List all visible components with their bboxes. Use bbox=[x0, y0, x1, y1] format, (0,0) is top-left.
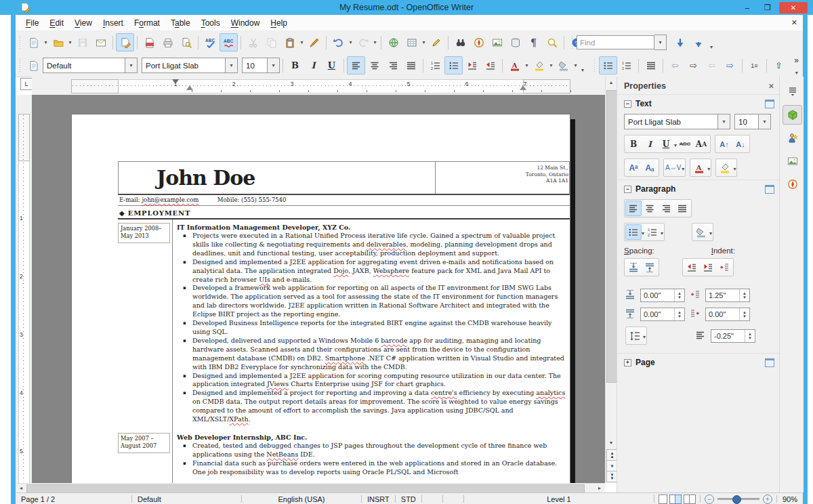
character-spacing-dropdown[interactable] bbox=[682, 163, 684, 173]
decrease-font-button[interactable]: A↓ bbox=[732, 136, 749, 152]
tab-gallery[interactable] bbox=[783, 151, 802, 171]
table-dropdown[interactable] bbox=[421, 34, 427, 51]
vertical-ruler[interactable]: 12345 bbox=[16, 95, 32, 483]
paste-dropdown[interactable] bbox=[299, 34, 305, 51]
page-style-indicator[interactable]: Default bbox=[132, 495, 241, 503]
find-toolbar-overflow[interactable] bbox=[707, 33, 715, 51]
sidebar-menu-icon[interactable] bbox=[783, 81, 802, 100]
open-dropdown[interactable] bbox=[67, 34, 73, 51]
demote-with-subpoints-button[interactable]: ⇨ bbox=[721, 56, 739, 75]
formatting-overflow[interactable] bbox=[579, 56, 587, 75]
nonprinting-characters-button[interactable]: ¶ bbox=[524, 33, 543, 51]
style-dropdown-arrow[interactable] bbox=[125, 58, 137, 72]
email-document-button[interactable] bbox=[91, 33, 110, 51]
italic-button[interactable]: I bbox=[304, 56, 322, 75]
sidebar-highlight-dropdown[interactable] bbox=[733, 163, 736, 173]
edit-file-button[interactable] bbox=[116, 33, 134, 51]
sidebar-font-color-button[interactable] bbox=[691, 160, 707, 175]
indent-before-field[interactable]: 1.25" ▲▼ bbox=[705, 289, 750, 302]
single-page-view-button[interactable] bbox=[659, 495, 667, 504]
maximize-button[interactable]: ❒ bbox=[759, 2, 776, 14]
find-next-button[interactable] bbox=[671, 33, 689, 51]
print-button[interactable] bbox=[159, 33, 177, 51]
indent-after-field[interactable]: 0.00" ▲▼ bbox=[705, 308, 750, 321]
highlighting-button[interactable] bbox=[530, 56, 548, 75]
tab-navigator[interactable] bbox=[783, 174, 802, 194]
gallery-button[interactable] bbox=[488, 33, 506, 51]
increase-font-button[interactable]: A↑ bbox=[716, 136, 732, 152]
sidebar-align-center-button[interactable] bbox=[642, 201, 658, 216]
justify-button[interactable] bbox=[402, 56, 420, 75]
zoom-in-button[interactable]: + bbox=[763, 495, 772, 504]
insert-mode-indicator[interactable]: INSRT bbox=[362, 495, 395, 503]
paste-button[interactable] bbox=[280, 33, 299, 51]
space-below-field[interactable]: 0.00" ▲▼ bbox=[640, 308, 685, 321]
format-paintbrush-button[interactable] bbox=[305, 33, 323, 51]
new-document-dropdown[interactable] bbox=[43, 34, 49, 51]
styles-and-formatting-button[interactable] bbox=[24, 56, 43, 75]
scroll-down-arrow[interactable]: ▼ bbox=[606, 437, 617, 448]
bold-button[interactable]: B bbox=[286, 56, 304, 75]
vertical-scrollbar[interactable]: ▲ ▼ ▲▲ ● ▼▼ bbox=[605, 77, 617, 483]
sidebar-font-color-dropdown[interactable] bbox=[707, 163, 710, 173]
cut-button[interactable] bbox=[244, 33, 262, 51]
sidebar-font-size-dropdown[interactable] bbox=[758, 114, 770, 129]
title-bar[interactable]: My Resume.odt - OpenOffice Writer – ❒ ✕ bbox=[0, 0, 813, 15]
tab-type-selector[interactable]: L bbox=[20, 78, 33, 90]
page-preview-button[interactable] bbox=[177, 33, 195, 51]
subscript-button[interactable]: Aₐ bbox=[642, 160, 658, 175]
restart-numbering-button[interactable]: 1≡ bbox=[745, 56, 764, 75]
float-section-icon[interactable] bbox=[765, 358, 774, 367]
float-section-icon[interactable] bbox=[765, 100, 774, 108]
open-button[interactable] bbox=[49, 33, 67, 51]
move-up-button[interactable]: ⇧ bbox=[770, 56, 788, 75]
demote-level-button[interactable]: ⇨ bbox=[684, 56, 703, 75]
sidebar-decrease-indent-button[interactable] bbox=[700, 259, 716, 275]
decrease-spacing-button[interactable] bbox=[642, 259, 658, 275]
line-spacing-button[interactable] bbox=[627, 328, 643, 343]
align-right-button[interactable] bbox=[383, 56, 402, 75]
text-section-header[interactable]: − Text bbox=[617, 94, 780, 111]
bullets-on-off-button[interactable] bbox=[599, 56, 617, 75]
sidebar-italic-button[interactable]: I bbox=[642, 136, 658, 152]
float-section-icon[interactable] bbox=[765, 185, 774, 194]
paragraph-style-select[interactable]: Default bbox=[43, 58, 138, 73]
page-section-header[interactable]: + Page bbox=[617, 353, 780, 370]
first-line-indent-field[interactable]: -0.25" ▲▼ bbox=[711, 329, 755, 343]
data-sources-button[interactable] bbox=[506, 33, 524, 51]
background-color-dropdown[interactable] bbox=[572, 57, 579, 74]
scroll-right-arrow[interactable]: ▸ bbox=[594, 484, 605, 492]
highlighting-dropdown[interactable] bbox=[548, 57, 554, 74]
background-color-button[interactable] bbox=[554, 56, 572, 75]
menu-window[interactable]: Window bbox=[226, 17, 266, 29]
first-line-indent-marker[interactable] bbox=[172, 79, 179, 84]
sidebar-numbered-list-dropdown[interactable] bbox=[661, 228, 663, 237]
close-document-icon[interactable]: ✕ bbox=[791, 18, 797, 27]
menu-file[interactable]: File bbox=[20, 17, 44, 29]
find-input[interactable] bbox=[577, 35, 654, 49]
promote-level-button[interactable]: ⇦ bbox=[666, 56, 684, 75]
sidebar-justify-button[interactable] bbox=[674, 201, 690, 216]
expand-icon[interactable]: + bbox=[624, 359, 631, 366]
multi-page-view-button[interactable] bbox=[669, 495, 682, 504]
undo-button[interactable] bbox=[329, 33, 348, 51]
bullet-list-button[interactable] bbox=[444, 56, 463, 75]
promote-with-subpoints-button[interactable]: ⇦ bbox=[703, 56, 721, 75]
sidebar-align-left-button[interactable] bbox=[625, 201, 642, 216]
character-spacing-button[interactable]: A⇔V bbox=[665, 160, 682, 175]
sidebar-align-right-button[interactable] bbox=[658, 201, 674, 216]
menu-insert[interactable]: Insert bbox=[98, 17, 129, 29]
underline-button[interactable]: U bbox=[322, 56, 341, 75]
horizontal-ruler[interactable]: 1234567 bbox=[32, 77, 605, 95]
increase-indent-button[interactable] bbox=[481, 56, 499, 75]
toolbar-grip[interactable] bbox=[18, 36, 22, 49]
tab-properties[interactable] bbox=[783, 105, 802, 125]
book-view-button[interactable] bbox=[684, 495, 696, 504]
save-button[interactable] bbox=[73, 33, 91, 51]
sidebar-close-icon[interactable]: ✕ bbox=[768, 82, 774, 91]
menu-help[interactable]: Help bbox=[265, 17, 293, 29]
menu-tools[interactable]: Tools bbox=[196, 17, 226, 29]
sidebar-font-name-select[interactable]: Port Lligat Slab bbox=[624, 114, 730, 129]
language-indicator[interactable]: English (USA) bbox=[242, 495, 361, 503]
find-replace-button[interactable] bbox=[451, 33, 470, 51]
